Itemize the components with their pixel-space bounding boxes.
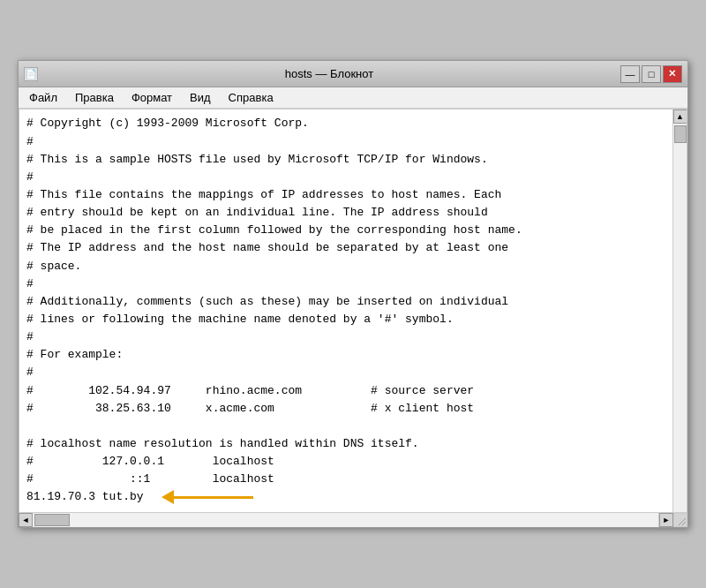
text-line: # This file contains the mappings of IP … — [26, 186, 665, 204]
menu-view[interactable]: Вид — [183, 89, 218, 106]
text-line: # — [26, 364, 665, 381]
menu-edit[interactable]: Правка — [68, 89, 121, 106]
notepad-window: 📄 hosts — Блокнот — □ ✕ Файл Правка Форм… — [18, 60, 688, 527]
text-line: # Additionally, comments (such as these)… — [26, 293, 665, 311]
text-line: # Copyright (c) 1993-2009 Microsoft Corp… — [26, 115, 665, 132]
close-button[interactable]: ✕ — [663, 65, 682, 83]
h-scroll-thumb[interactable] — [34, 514, 70, 526]
text-line: # For example: — [26, 346, 665, 364]
app-icon: 📄 — [24, 67, 38, 81]
text-line: # 102.54.94.97 rhino.acme.com # source s… — [26, 382, 665, 400]
title-bar-controls: — □ ✕ — [620, 65, 682, 83]
menu-format[interactable]: Формат — [124, 89, 179, 106]
text-line: # — [26, 275, 665, 293]
svg-line-0 — [679, 518, 686, 525]
text-line: # This is a sample HOSTS file used by Mi… — [26, 151, 665, 169]
text-line: # — [26, 169, 665, 186]
menu-help[interactable]: Справка — [222, 89, 281, 106]
svg-line-1 — [682, 522, 686, 525]
text-line: # — [26, 328, 665, 346]
hosts-entry: 81.19.70.3 tut.by — [26, 488, 144, 506]
text-line: # — [26, 133, 665, 151]
content-area: # Copyright (c) 1993-2009 Microsoft Corp… — [19, 109, 687, 512]
bottom-bar: ◄ ► — [19, 513, 687, 527]
text-line: # localhost name resolution is handled w… — [26, 435, 665, 453]
text-line-empty — [26, 418, 665, 435]
horizontal-scrollbar[interactable] — [33, 513, 659, 527]
resize-corner — [673, 513, 687, 527]
text-line: # be placed in the first column followed… — [26, 222, 665, 239]
menu-bar: Файл Правка Формат Вид Справка — [19, 87, 687, 109]
text-line: # lines or following the machine name de… — [26, 311, 665, 328]
text-line: # The IP address and the host name shoul… — [26, 239, 665, 257]
text-line: # entry should be kept on an individual … — [26, 204, 665, 222]
text-line: # ::1 localhost — [26, 471, 665, 488]
scroll-right-arrow[interactable]: ► — [659, 513, 673, 527]
menu-file[interactable]: Файл — [22, 89, 64, 106]
scroll-up-arrow[interactable]: ▲ — [673, 109, 687, 124]
text-line: # space. — [26, 258, 665, 275]
vertical-scrollbar[interactable]: ▲ — [672, 109, 687, 511]
scroll-thumb[interactable] — [674, 125, 687, 143]
maximize-button[interactable]: □ — [642, 65, 661, 83]
text-editor[interactable]: # Copyright (c) 1993-2009 Microsoft Corp… — [19, 109, 672, 511]
window-title: hosts — Блокнот — [285, 67, 373, 80]
minimize-button[interactable]: — — [620, 65, 640, 83]
text-line: # 38.25.63.10 x.acme.com # x client host — [26, 400, 665, 418]
text-line-last: 81.19.70.3 tut.by — [26, 488, 665, 506]
arrow-annotation — [161, 490, 253, 504]
text-line: # 127.0.0.1 localhost — [26, 453, 665, 471]
arrow-head — [161, 490, 174, 504]
scroll-left-arrow[interactable]: ◄ — [19, 513, 33, 527]
arrow-line — [174, 496, 253, 499]
title-bar: 📄 hosts — Блокнот — □ ✕ — [19, 61, 687, 87]
